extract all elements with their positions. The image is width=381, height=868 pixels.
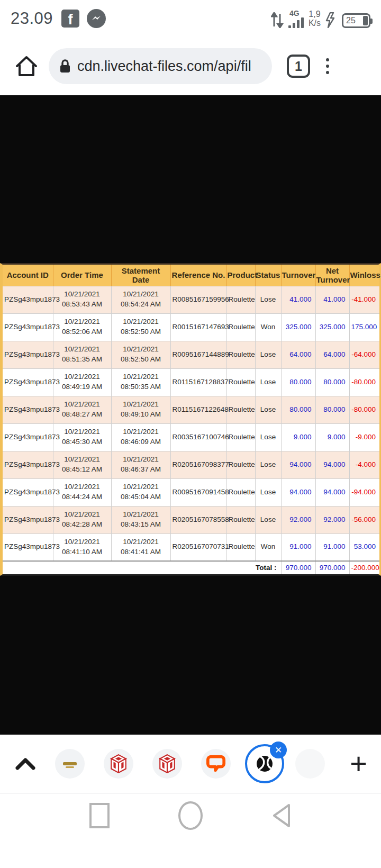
- cell-account-id: PZSg43mpu1873: [3, 478, 53, 506]
- app-shortcut-livechat[interactable]: [201, 749, 231, 779]
- table-row: PZSg43mpu187310/21/202108:52:06 AM10/21/…: [3, 313, 379, 341]
- cell-reference-no: R0095167144889: [170, 341, 226, 368]
- home-circle-icon: [177, 801, 204, 830]
- cell-net-turnover: 80.000: [315, 368, 349, 396]
- app-shortcut-dice-2[interactable]: [152, 749, 182, 779]
- back-button[interactable]: [267, 801, 296, 830]
- cell-reference-no: R0115167122648: [170, 396, 226, 423]
- plus-icon: +: [350, 747, 367, 780]
- cell-product: Roulette: [226, 396, 255, 423]
- close-icon: ✕: [275, 745, 282, 756]
- cell-statement-date: 10/21/202108:45:04 AM: [111, 478, 170, 506]
- cell-status: Lose: [255, 286, 281, 313]
- cell-status: Lose: [255, 423, 281, 451]
- charging-bolt-icon: [325, 12, 337, 28]
- table-body: PZSg43mpu187310/21/202108:53:43 AM10/21/…: [3, 286, 379, 561]
- cell-winloss: 53.000: [349, 534, 379, 561]
- cell-net-turnover: 41.000: [315, 286, 349, 313]
- tab-switcher-button[interactable]: 1: [287, 55, 310, 78]
- cell-reference-no: R0095167091458: [170, 478, 226, 506]
- cell-product: Roulette: [226, 506, 255, 534]
- cell-product: Roulette: [226, 368, 255, 396]
- column-header: Product: [226, 265, 255, 286]
- column-header: Reference No.: [170, 265, 226, 286]
- cell-net-turnover: 64.000: [315, 341, 349, 368]
- table-row: PZSg43mpu187310/21/202108:42:28 AM10/21/…: [3, 506, 379, 534]
- cell-winloss: -56.000: [349, 506, 379, 534]
- cell-turnover: 80.000: [281, 368, 315, 396]
- table-row: PZSg43mpu187310/21/202108:51:35 AM10/21/…: [3, 341, 379, 368]
- cell-reference-no: R0205167070731: [170, 534, 226, 561]
- cellular-signal-icon: 4G: [288, 10, 304, 28]
- globe-icon: [255, 754, 274, 773]
- cell-order-time: 10/21/202108:41:10 AM: [53, 534, 111, 561]
- cell-turnover: 91.000: [281, 534, 315, 561]
- recents-button[interactable]: [85, 801, 114, 830]
- home-button[interactable]: [14, 53, 39, 79]
- status-bar: 23.09 f 4G 1,9 K/s 25: [0, 0, 381, 37]
- red-dice-icon: [110, 754, 127, 773]
- app-shortcut-browser-active[interactable]: ✕: [250, 749, 279, 779]
- cell-net-turnover: 91.000: [315, 534, 349, 561]
- cell-statement-date: 10/21/202108:43:15 AM: [111, 506, 170, 534]
- cell-account-id: PZSg43mpu1873: [3, 396, 53, 423]
- cell-turnover: 80.000: [281, 396, 315, 423]
- cell-statement-date: 10/21/202108:52:50 AM: [111, 313, 170, 341]
- cell-order-time: 10/21/202108:45:12 AM: [53, 451, 111, 478]
- add-app-button[interactable]: +: [350, 749, 367, 779]
- cell-product: Roulette: [226, 534, 255, 561]
- messenger-notification-icon: [87, 9, 106, 28]
- cell-turnover: 92.000: [281, 506, 315, 534]
- close-app-button[interactable]: ✕: [270, 742, 287, 758]
- cell-order-time: 10/21/202108:51:35 AM: [53, 341, 111, 368]
- lock-icon: [59, 59, 71, 74]
- table-row: PZSg43mpu187310/21/202108:44:24 AM10/21/…: [3, 478, 379, 506]
- quick-app-toolbar: ✕ +: [0, 735, 381, 793]
- cell-winloss: -41.000: [349, 286, 379, 313]
- browser-menu-button[interactable]: [326, 58, 329, 74]
- cell-winloss: -4.000: [349, 451, 379, 478]
- app-shortcut-casino-logo[interactable]: [55, 749, 85, 779]
- app-shortcut-partial[interactable]: [295, 749, 325, 779]
- cell-product: Roulette: [226, 313, 255, 341]
- column-header: Account ID: [3, 265, 53, 286]
- column-header: Net Turnover: [315, 265, 349, 286]
- total-winloss: -200.000: [349, 561, 379, 574]
- chevron-up-icon: [15, 757, 36, 771]
- messenger-bolt-icon: [90, 13, 102, 24]
- cell-account-id: PZSg43mpu1873: [3, 534, 53, 561]
- cell-status: Lose: [255, 341, 281, 368]
- total-turnover: 970.000: [281, 561, 315, 574]
- page-background-top: [0, 95, 381, 263]
- cell-statement-date: 10/21/202108:52:50 AM: [111, 341, 170, 368]
- table-row: PZSg43mpu187310/21/202108:45:30 AM10/21/…: [3, 423, 379, 451]
- total-net-turnover: 970.000: [315, 561, 349, 574]
- table-total-row: Total : 970.000 970.000 -200.000: [3, 561, 379, 574]
- home-nav-button[interactable]: [176, 801, 205, 830]
- cell-net-turnover: 325.000: [315, 313, 349, 341]
- cell-account-id: PZSg43mpu1873: [3, 341, 53, 368]
- address-bar[interactable]: cdn.livechat-files.com/api/fil: [49, 48, 272, 84]
- cell-product: Roulette: [226, 478, 255, 506]
- cell-order-time: 10/21/202108:49:19 AM: [53, 368, 111, 396]
- speed-unit: K/s: [309, 19, 321, 28]
- cell-winloss: -94.000: [349, 478, 379, 506]
- cell-turnover: 94.000: [281, 451, 315, 478]
- column-header: Order Time: [53, 265, 111, 286]
- cell-status: Lose: [255, 478, 281, 506]
- cell-net-turnover: 94.000: [315, 451, 349, 478]
- red-dice-icon: [159, 754, 176, 773]
- cell-status: Lose: [255, 396, 281, 423]
- back-triangle-icon: [270, 802, 293, 829]
- cell-statement-date: 10/21/202108:41:41 AM: [111, 534, 170, 561]
- bet-history-table: Account IDOrder TimeStatement DateRefere…: [0, 263, 381, 576]
- cell-turnover: 94.000: [281, 478, 315, 506]
- cell-reference-no: R0035167100746: [170, 423, 226, 451]
- column-header: Winloss: [349, 265, 379, 286]
- cell-order-time: 10/21/202108:48:27 AM: [53, 396, 111, 423]
- cell-statement-date: 10/21/202108:49:10 AM: [111, 396, 170, 423]
- app-shortcut-dice-1[interactable]: [104, 749, 133, 779]
- cell-product: Roulette: [226, 341, 255, 368]
- cell-net-turnover: 94.000: [315, 478, 349, 506]
- collapse-toolbar-button[interactable]: [14, 757, 37, 771]
